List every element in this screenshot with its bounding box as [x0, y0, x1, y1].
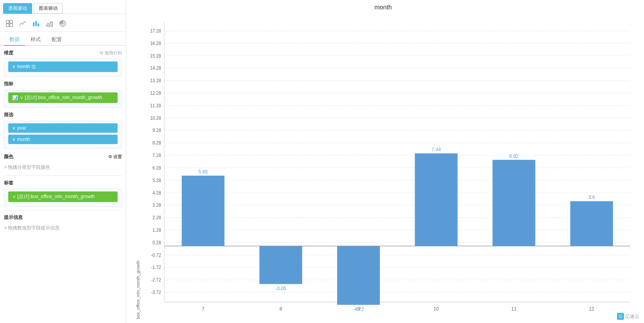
- color-setting-btn[interactable]: ⚙ 设置: [108, 154, 122, 160]
- dimension-hint: 与 使用行列: [99, 50, 122, 56]
- bar-value-label: -3.05: [275, 285, 286, 291]
- divider-1: [4, 175, 122, 176]
- indicator-header: 指标: [4, 81, 122, 87]
- chart-area: month box_office_mln_month_growth 17.281…: [126, 0, 644, 323]
- svg-text:10.28: 10.28: [150, 115, 161, 120]
- x-axis-label: 8: [279, 306, 282, 312]
- tooltip-link[interactable]: > 拖拽数值型字段提示信息: [4, 223, 122, 233]
- brand-label: 亿速云: [625, 313, 639, 320]
- label-zone[interactable]: ∨ [总计] box_office_mln_month_growth: [4, 189, 122, 207]
- bar-chart-icon[interactable]: [31, 18, 42, 29]
- svg-rect-0: [6, 20, 9, 23]
- indicator-label: 指标: [4, 81, 13, 87]
- indicator-zone[interactable]: 📊 ∨ [总计] box_office_mln_month_growth: [4, 90, 122, 108]
- bar[interactable]: [415, 153, 457, 246]
- svg-text:-2.72: -2.72: [151, 278, 161, 282]
- indicator-tag-label: ∨ [总计] box_office_mln_month_growth: [20, 94, 102, 101]
- color-link[interactable]: > 拖拽分类型字段颜色: [4, 162, 122, 172]
- panel-content: 维度 与 使用行列 ∨ month 位 指标 📊 ∨ [总计] box_offi…: [0, 46, 126, 323]
- svg-rect-2: [6, 24, 9, 27]
- svg-text:11.28: 11.28: [150, 103, 161, 108]
- top-tabs: 透视驱动 图表驱动: [0, 0, 126, 14]
- x-axis-label: 12: [589, 306, 595, 312]
- tab-config[interactable]: 配置: [46, 34, 67, 46]
- svg-text:8.28: 8.28: [152, 141, 161, 145]
- indicator-icon: 📊: [12, 95, 18, 101]
- bar-value-label: 3.6: [588, 195, 595, 200]
- left-panel: 透视驱动 图表驱动 数据 样式 配置 维度 与 使用行列 ∨: [0, 0, 126, 323]
- svg-rect-1: [10, 20, 13, 23]
- chart-title: month: [130, 4, 636, 11]
- svg-text:5.28: 5.28: [152, 178, 161, 182]
- label-tag[interactable]: ∨ [总计] box_office_mln_month_growth: [8, 191, 118, 202]
- svg-text:14.28: 14.28: [150, 66, 161, 70]
- dimension-tag[interactable]: ∨ month 位: [8, 61, 118, 72]
- area-chart-icon[interactable]: [44, 18, 55, 29]
- bar-value-label: 5.65: [198, 169, 208, 175]
- bar-value-label: 6.92: [509, 153, 519, 159]
- brand: 云 亿速云: [617, 313, 639, 320]
- svg-rect-6: [38, 23, 39, 26]
- svg-text:-0.72: -0.72: [151, 253, 161, 257]
- bar[interactable]: [570, 201, 613, 246]
- svg-text:17.28: 17.28: [150, 29, 161, 33]
- tab-chart[interactable]: 图表驱动: [34, 3, 63, 14]
- svg-text:2.28: 2.28: [152, 215, 161, 220]
- tab-style[interactable]: 样式: [25, 34, 46, 46]
- pie-chart-icon[interactable]: [57, 18, 68, 29]
- filter-label: 筛选: [4, 112, 13, 118]
- bar[interactable]: [259, 246, 302, 284]
- brand-icon: 云: [617, 313, 624, 320]
- svg-text:0.28: 0.28: [152, 240, 161, 245]
- tab-perspective[interactable]: 透视驱动: [3, 3, 32, 14]
- x-axis-label: 11: [511, 306, 517, 312]
- x-axis-label: 10: [434, 306, 439, 312]
- svg-text:6.28: 6.28: [152, 166, 161, 170]
- svg-text:16.28: 16.28: [150, 41, 161, 45]
- filter-header: 筛选: [4, 112, 122, 118]
- bar[interactable]: [337, 246, 380, 305]
- x-axis-label: 9: [357, 306, 360, 312]
- svg-text:4.28: 4.28: [152, 190, 161, 195]
- dimension-label: 维度: [4, 50, 13, 56]
- svg-text:13.28: 13.28: [150, 78, 161, 83]
- label-label: 标签: [4, 180, 13, 186]
- color-label: 颜色: [4, 153, 13, 160]
- x-axis-label: 7: [202, 306, 205, 312]
- y-axis-label: box_office_mln_month_growth: [134, 13, 140, 319]
- dimension-zone[interactable]: ∨ month 位: [4, 59, 122, 77]
- bar[interactable]: [182, 176, 225, 246]
- svg-text:15.28: 15.28: [150, 53, 161, 58]
- filter-zone[interactable]: ∨ year ∨ month: [4, 121, 122, 149]
- table-icon[interactable]: [4, 18, 15, 29]
- tab-data[interactable]: 数据: [4, 34, 25, 46]
- filter-tag-year[interactable]: ∨ year: [8, 123, 118, 133]
- svg-text:1.28: 1.28: [152, 228, 161, 233]
- bar-value-label: 7.44: [432, 147, 441, 152]
- bar-chart: 17.2816.2815.2814.2813.2812.2811.2810.28…: [140, 13, 642, 319]
- divider-2: [4, 210, 122, 210]
- svg-text:9.28: 9.28: [152, 128, 161, 133]
- svg-text:3.28: 3.28: [152, 203, 161, 208]
- sub-tabs: 数据 样式 配置: [0, 32, 126, 46]
- svg-rect-3: [10, 24, 13, 27]
- tooltip-header: 提示信息: [4, 214, 122, 221]
- line-chart-icon[interactable]: [17, 18, 28, 29]
- svg-text:-3.72: -3.72: [151, 290, 161, 295]
- svg-rect-4: [33, 22, 34, 26]
- svg-text:7.28: 7.28: [152, 153, 161, 158]
- dimension-header: 维度 与 使用行列: [4, 50, 122, 56]
- bar[interactable]: [493, 160, 535, 246]
- color-header: 颜色 ⚙ 设置: [4, 153, 122, 160]
- icon-row: [0, 14, 126, 32]
- filter-tag-month[interactable]: ∨ month: [8, 135, 118, 144]
- tooltip-label: 提示信息: [4, 214, 23, 221]
- svg-text:-1.72: -1.72: [151, 265, 161, 270]
- label-header: 标签: [4, 180, 122, 186]
- svg-rect-5: [35, 21, 37, 26]
- svg-text:12.28: 12.28: [150, 91, 161, 96]
- indicator-tag[interactable]: 📊 ∨ [总计] box_office_mln_month_growth: [8, 92, 118, 103]
